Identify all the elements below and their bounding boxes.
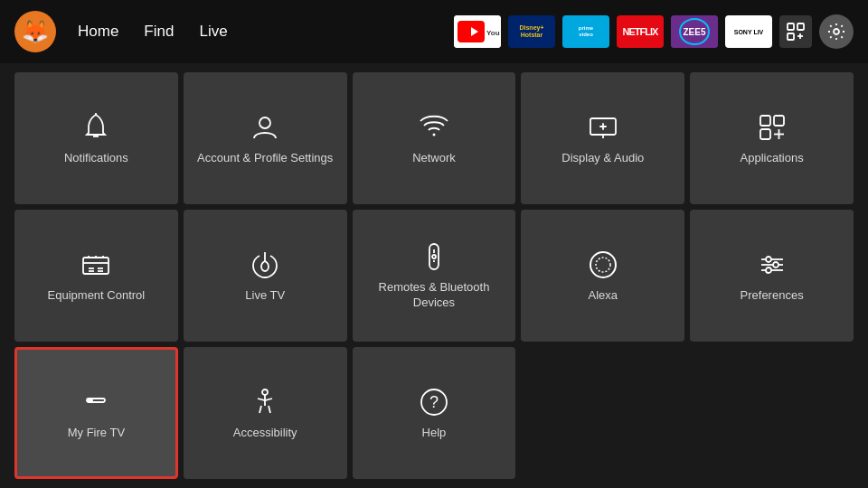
live-tv-label: Live TV: [245, 288, 285, 304]
top-nav: 🦊 Home Find Live You Disney+Hotstar prim…: [0, 0, 868, 63]
grid-applications[interactable]: Applications: [690, 72, 854, 204]
grid-my-fire-tv[interactable]: My Fire TV: [14, 347, 178, 479]
app-grid-button[interactable]: [779, 15, 812, 48]
grid-equipment[interactable]: Equipment Control: [14, 210, 178, 342]
nav-links: Home Find Live: [78, 19, 228, 44]
notifications-label: Notifications: [64, 151, 128, 166]
help-label: Help: [422, 426, 447, 441]
svg-point-15: [259, 117, 270, 128]
app-prime[interactable]: primevideo: [562, 15, 609, 48]
svg-point-43: [773, 262, 778, 267]
app-sony[interactable]: SONY LIV: [725, 15, 772, 48]
alexa-label: Alexa: [589, 288, 618, 304]
nav-find[interactable]: Find: [144, 19, 174, 44]
my-fire-tv-label: My Fire TV: [68, 426, 125, 441]
settings-grid: Notifications Account & Profile Settings…: [14, 72, 854, 479]
grid-remotes[interactable]: Remotes & Bluetooth Devices: [353, 210, 516, 342]
applications-label: Applications: [741, 151, 804, 166]
nav-apps: You Disney+Hotstar primevideo NETFLIX ZE…: [454, 14, 854, 49]
svg-point-37: [590, 252, 616, 277]
svg-text:?: ?: [429, 393, 439, 411]
app-netflix[interactable]: NETFLIX: [617, 15, 664, 48]
grid-preferences[interactable]: Preferences: [690, 210, 854, 342]
network-label: Network: [412, 151, 456, 166]
svg-rect-21: [760, 129, 770, 139]
svg-point-38: [596, 258, 610, 272]
equipment-label: Equipment Control: [48, 288, 146, 304]
svg-point-35: [432, 255, 436, 258]
nav-live[interactable]: Live: [199, 19, 227, 44]
grid-accessibility[interactable]: Accessibility: [184, 347, 347, 479]
remotes-label: Remotes & Bluetooth Devices: [362, 280, 507, 311]
svg-rect-9: [788, 33, 794, 40]
grid-notifications[interactable]: Notifications: [14, 72, 178, 204]
app-zee5[interactable]: ZEE5: [671, 15, 718, 48]
svg-point-12: [834, 29, 839, 34]
grid-display[interactable]: Display & Audio: [521, 72, 684, 204]
svg-rect-8: [797, 23, 804, 30]
preferences-label: Preferences: [741, 288, 804, 304]
svg-point-47: [262, 389, 268, 395]
grid-network[interactable]: Network: [353, 72, 516, 204]
display-label: Display & Audio: [561, 151, 644, 166]
main-content: Notifications Account & Profile Settings…: [0, 63, 868, 488]
svg-rect-19: [760, 116, 770, 126]
account-label: Account & Profile Settings: [197, 151, 333, 166]
logo: 🦊: [14, 11, 56, 52]
svg-text:ZEE5: ZEE5: [683, 27, 705, 37]
settings-button[interactable]: [819, 14, 854, 49]
nav-home[interactable]: Home: [78, 19, 118, 44]
app-disney[interactable]: Disney+Hotstar: [508, 15, 555, 48]
svg-rect-24: [83, 258, 108, 274]
grid-help[interactable]: ? Help: [353, 347, 516, 479]
grid-live-tv[interactable]: Live TV: [184, 210, 347, 342]
grid-account[interactable]: Account & Profile Settings: [184, 72, 347, 204]
app-youtube[interactable]: You: [454, 15, 501, 48]
accessibility-label: Accessibility: [233, 426, 297, 441]
svg-text:You: You: [486, 29, 500, 37]
grid-alexa[interactable]: Alexa: [521, 210, 684, 342]
svg-rect-33: [429, 244, 439, 269]
svg-point-42: [766, 257, 771, 262]
svg-point-46: [89, 399, 92, 402]
svg-point-44: [766, 267, 771, 273]
svg-rect-20: [774, 116, 784, 126]
svg-rect-7: [788, 23, 794, 30]
